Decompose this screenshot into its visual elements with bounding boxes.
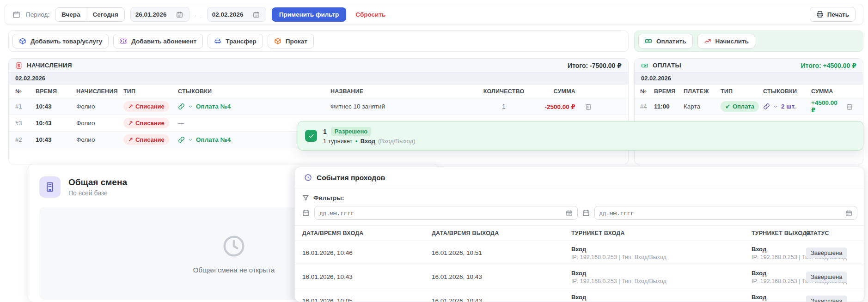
- col-turnstile-in: ТУРНИКЕТ ВХОДА: [571, 230, 752, 236]
- receipt-icon: [15, 62, 23, 69]
- actions-toolbar: Добавить товар/услугу Добавить абонемент…: [8, 30, 629, 52]
- add-subscription-button[interactable]: Добавить абонемент: [113, 34, 203, 48]
- col-sum: СУММА: [529, 88, 575, 95]
- charges-title: НАЧИСЛЕНИЯ: [27, 62, 72, 69]
- payments-table-header: № ВРЕМЯ ПЛАТЕЖ ТИП СТЫКОВКИ СУММА: [635, 85, 863, 98]
- col-type: ТИП: [721, 88, 763, 95]
- pass-row: 16.01.2026, 10:46 16.01.2026, 10:51 Вход…: [295, 241, 864, 265]
- status-badge: Завершена: [806, 272, 847, 282]
- print-label: Печать: [827, 11, 849, 18]
- calendar-grid-icon[interactable]: [845, 210, 852, 217]
- col-turnstile-out: ТУРНИКЕТ ВЫХОДА: [752, 230, 806, 236]
- pass-row: 16.01.2026, 10:05 16.01.2026, 10:43 Вход…: [295, 289, 864, 302]
- pass-date-to-input[interactable]: [599, 210, 842, 217]
- charges-table-header: № ВРЕМЯ НАЧИСЛЕНИЯ ТИП СТЫКОВКИ НАЗВАНИЕ…: [9, 85, 628, 98]
- building-icon: [39, 176, 61, 198]
- check-square-icon[interactable]: [305, 130, 317, 142]
- linked-charges-link[interactable]: 2 шт.: [763, 103, 811, 110]
- col-time: ВРЕМЯ: [654, 88, 684, 95]
- delete-charge-button[interactable]: [575, 103, 601, 110]
- col-type: ТИП: [123, 88, 178, 95]
- period-yesterday-button[interactable]: Вчера: [55, 8, 86, 21]
- passes-card: События проходов Фильтры: ДАТА/ВРЕМЯ ВХО…: [294, 167, 864, 302]
- direction-label: Вход: [361, 138, 375, 145]
- pos-dashboard: Период: Вчера Сегодня — Применить фильтр…: [0, 0, 868, 302]
- apply-filter-button[interactable]: Применить фильтр: [272, 7, 347, 22]
- date-range-dash: —: [195, 11, 202, 18]
- passes-filters: Фильтры:: [295, 188, 864, 201]
- notification-body: 1 Разрешено 1 турникет • Вход (Вход/Выхо…: [323, 127, 416, 145]
- charges-total: Итого: -7500.00 ₽: [568, 62, 622, 69]
- col-source: НАЧИСЛЕНИЯ: [76, 88, 123, 95]
- transfer-label: Трансфер: [226, 38, 257, 45]
- col-num: №: [640, 88, 654, 95]
- col-status: СТАТУС: [806, 230, 856, 236]
- chevron-down-icon[interactable]: [188, 137, 193, 143]
- chevron-down-icon[interactable]: [188, 104, 193, 109]
- debit-badge: ↗Списание: [123, 134, 169, 145]
- period-quick-select: Вчера Сегодня: [55, 7, 125, 22]
- package-icon: [19, 37, 26, 45]
- period-label: Период:: [26, 11, 49, 18]
- trash-icon: [585, 103, 592, 110]
- pay-button[interactable]: Оплатить: [638, 34, 693, 48]
- shift-empty-text: Общая смена не открыта: [193, 266, 275, 274]
- debit-badge: ↗Списание: [123, 101, 169, 112]
- charge-button[interactable]: Начислить: [697, 34, 755, 48]
- rental-button[interactable]: Прокат: [268, 34, 314, 48]
- add-subscription-label: Добавить абонемент: [131, 38, 196, 45]
- add-product-label: Добавить товар/услугу: [31, 38, 102, 45]
- col-name: НАЗВАНИЕ: [330, 88, 478, 95]
- date-to-field[interactable]: [207, 7, 266, 22]
- col-qty: КОЛИЧЕСТВО: [478, 88, 529, 95]
- col-time: ВРЕМЯ: [36, 88, 76, 95]
- clock-icon: [221, 234, 246, 259]
- pass-date-from-field[interactable]: [314, 206, 578, 220]
- calendar-grid-icon[interactable]: [253, 11, 260, 18]
- pass-row: 16.01.2026, 10:43 16.01.2026, 10:43 Вход…: [295, 265, 864, 289]
- print-button[interactable]: Печать: [810, 7, 856, 22]
- link-icon: [763, 103, 770, 110]
- col-num: №: [15, 88, 36, 95]
- trash-icon: [846, 103, 853, 110]
- turnstile-count: 1 турникет: [323, 138, 353, 145]
- calendar-grid-icon[interactable]: [566, 210, 573, 217]
- linked-payment-link[interactable]: Оплата №4: [178, 103, 330, 110]
- col-links: СТЫКОВКИ: [178, 88, 330, 95]
- status-badge: Завершена: [806, 248, 847, 258]
- banknote-icon: [641, 62, 648, 69]
- status-badge: Завершена: [806, 296, 847, 302]
- reset-filter-link[interactable]: Сбросить: [355, 11, 385, 18]
- ticket-icon: [120, 37, 127, 45]
- passes-header: События проходов: [295, 167, 864, 188]
- filter-bar: Период: Вчера Сегодня — Применить фильтр…: [5, 4, 863, 25]
- calendar-icon: [12, 11, 20, 18]
- passes-title: События проходов: [317, 174, 385, 182]
- date-from-field[interactable]: [130, 7, 189, 22]
- calendar-icon: [302, 209, 310, 217]
- charges-row: #1 10:43 Фолио ↗Списание Оплата №4 Фитне…: [9, 98, 628, 115]
- col-sum: СУММА: [811, 88, 842, 95]
- payments-total: Итого: +4500.00 ₽: [801, 62, 856, 69]
- pass-date-from-input[interactable]: [319, 210, 562, 217]
- transfer-button[interactable]: Трансфер: [208, 34, 263, 48]
- credit-badge: ↙Оплата: [721, 101, 759, 112]
- calendar-icon: [582, 209, 590, 217]
- col-entry: ДАТА/ВРЕМЯ ВХОДА: [302, 230, 432, 236]
- payments-row: #4 11:00 Карта ↙Оплата 2 шт. +4500.00 ₽: [635, 98, 863, 115]
- trending-up-icon: [704, 37, 711, 45]
- period-today-button[interactable]: Сегодня: [86, 8, 124, 21]
- col-exit: ДАТА/ВРЕМЯ ВЫХОДА: [432, 230, 571, 236]
- delete-payment-button[interactable]: [842, 103, 857, 110]
- chevron-down-icon[interactable]: [773, 104, 778, 109]
- date-to-input[interactable]: [212, 11, 249, 18]
- payments-title: ОПЛАТЫ: [653, 62, 681, 69]
- passes-table-header: ДАТА/ВРЕМЯ ВХОДА ДАТА/ВРЕМЯ ВЫХОДА ТУРНИ…: [295, 225, 864, 241]
- date-from-input[interactable]: [135, 11, 172, 18]
- filters-label: Фильтры:: [313, 194, 344, 201]
- calendar-grid-icon[interactable]: [176, 11, 183, 18]
- charges-header: НАЧИСЛЕНИЯ Итого: -7500.00 ₽: [9, 59, 628, 72]
- pass-date-to-field[interactable]: [594, 206, 858, 220]
- charges-date-group: 02.02.2026: [9, 72, 628, 85]
- add-product-button[interactable]: Добавить товар/услугу: [12, 34, 109, 48]
